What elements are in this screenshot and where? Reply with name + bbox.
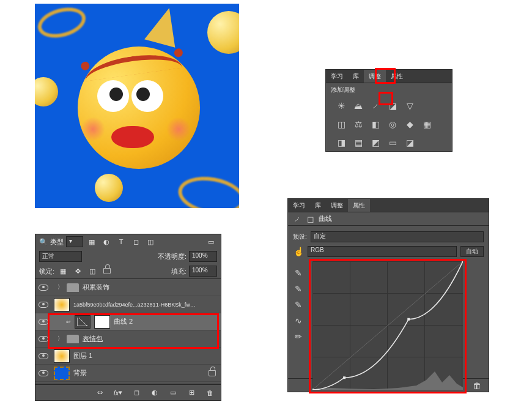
svg-rect-1 [312,389,314,390]
finger-tool-icon[interactable]: ☝ [293,246,304,257]
photo-filter-icon[interactable]: ◎ [387,119,398,130]
lut-icon[interactable]: ▦ [421,119,432,130]
filter-pixel-icon[interactable]: ▦ [86,236,98,247]
curves-side-tools: ✎ ✎ ✎ ∿ ✏ [293,267,308,342]
curves-thumb [75,315,91,329]
tab-learn[interactable]: 学习 [326,70,348,83]
preset-select[interactable]: 自定 [311,231,484,242]
layer-thumbnail [54,349,70,363]
opacity-select[interactable]: 100% [189,251,217,262]
curves-icon[interactable]: ⟋ [370,100,381,111]
layer-name: 积累装饰 [83,283,109,292]
filter-shape-icon[interactable]: ◻ [130,236,142,247]
tab-adjust[interactable]: 调整 [326,199,348,212]
levels-icon[interactable]: ⛰ [353,100,364,111]
svg-rect-3 [407,318,410,321]
brightness-icon[interactable]: ☀ [336,100,347,111]
blend-mode-select[interactable]: 正常 [39,251,82,262]
properties-title: 曲线 [319,214,332,223]
curve-line [312,261,463,390]
layer-thumbnail [54,298,70,311]
vibrance-icon[interactable]: ▽ [404,100,415,111]
filter-toggle[interactable]: ▭ [205,236,217,247]
layer-mask-icon[interactable]: ◻ [130,387,142,398]
layer-style-icon[interactable]: fx▾ [112,387,124,398]
layer-name: 图层 1 [73,351,92,360]
layer-thumbnail [54,367,70,380]
visibility-icon[interactable] [39,336,48,342]
link-layers-icon[interactable]: ⇔ [94,387,106,398]
channel-mixer-icon[interactable]: ◆ [404,119,415,130]
mask-badge-icon: ◻ [305,214,316,225]
filter-smart-icon[interactable]: ◫ [144,236,157,247]
tab-library[interactable]: 库 [310,199,326,212]
filter-type-icon[interactable]: T [115,236,127,247]
add-adjustment-label: 添加调整 [326,83,452,97]
folder-icon [67,335,79,343]
delete-adjustment-icon[interactable]: 🗑 [471,380,482,391]
new-adjustment-icon[interactable]: ◐ [149,387,161,398]
eyedropper-black-icon[interactable]: ✎ [293,267,304,278]
layer-row[interactable]: 〉 积累装饰 [35,279,221,296]
tab-adjust[interactable]: 调整 [364,70,386,83]
expand-icon[interactable]: 〉 [57,335,63,343]
eyedropper-gray-icon[interactable]: ✎ [293,283,304,294]
layer-row[interactable]: 图层 1 [35,348,221,365]
filter-adjust-icon[interactable]: ◐ [100,236,113,247]
visibility-icon[interactable] [39,319,48,325]
curves-graph[interactable] [312,261,463,390]
tab-properties[interactable]: 属性 [348,199,370,212]
exposure-icon[interactable]: ◪ [387,100,398,111]
lock-pixels-icon[interactable]: ▦ [57,266,69,277]
channel-select[interactable]: RGB [308,246,457,257]
svg-line-0 [312,261,463,390]
tab-bar: 学习 库 调整 属性 [288,199,489,212]
expand-icon[interactable]: 〉 [57,283,63,291]
color-balance-icon[interactable]: ⚖ [353,119,364,130]
tab-learn[interactable]: 学习 [288,199,310,212]
tab-library[interactable]: 库 [348,70,364,83]
layer-name: 表情包 [83,334,103,343]
invert-icon[interactable]: ◨ [336,137,347,148]
gradient-map-icon[interactable]: ▭ [387,137,398,148]
layer-name: 曲线 2 [114,317,133,326]
layer-row[interactable]: 背景 [35,365,221,382]
layer-row[interactable]: 1a5bf59e0bcdfad294efe...a232811-H6BKSk_f… [35,296,221,313]
visibility-icon[interactable] [39,353,48,359]
eyedropper-white-icon[interactable]: ✎ [293,299,304,310]
layer-row-selected[interactable]: ↩ 曲线 2 [35,313,221,330]
visibility-icon[interactable] [39,285,48,291]
threshold-icon[interactable]: ◩ [370,137,381,148]
layer-row[interactable]: 背景 [35,382,221,384]
posterize-icon[interactable]: ▤ [353,137,364,148]
selective-color-icon[interactable]: ◪ [404,137,415,148]
layers-list: 〉 积累装饰 1a5bf59e0bcdfad294efe...a232811-H… [35,278,221,384]
hsl-icon[interactable]: ◫ [336,119,347,130]
bw-icon[interactable]: ◧ [370,119,381,130]
layer-name: 1a5bf59e0bcdfad294efe...a232811-H6BKSk_f… [73,302,196,308]
folder-icon [67,283,79,292]
lock-artboard-icon[interactable]: ◫ [86,266,98,277]
mask-thumb [94,315,110,329]
layer-row[interactable]: 〉 表情包 [35,330,221,348]
properties-panel: 学习 库 调整 属性 ⟋ ◻ 曲线 预设: 自定 ☝ RGB 自动 ✎ ✎ ✎ … [287,198,489,392]
auto-button[interactable]: 自动 [460,246,484,257]
layer-name: 背景 [73,368,87,378]
layer-filter-type[interactable]: ▾ [66,236,83,247]
pencil-curve-icon[interactable]: ✏ [293,331,304,342]
new-layer-icon[interactable]: ⊞ [185,387,198,398]
fill-select[interactable]: 100% [189,266,217,277]
preset-label: 预设: [293,233,307,241]
new-group-icon[interactable]: ▭ [167,387,179,398]
tab-bar: 学习 库 调整 属性 [326,70,452,83]
visibility-icon[interactable] [39,302,48,308]
lock-all-icon[interactable] [101,266,113,277]
tab-properties[interactable]: 属性 [386,70,408,83]
adjustments-panel: 学习 库 调整 属性 添加调整 ☀ ⛰ ⟋ ◪ ▽ ◫ ⚖ ◧ ◎ ◆ ▦ ◨ … [325,69,453,152]
opacity-label: 不透明度: [158,252,187,261]
visibility-icon[interactable] [39,370,48,376]
smooth-curve-icon[interactable]: ∿ [293,315,304,326]
delete-layer-icon[interactable]: 🗑 [204,387,216,398]
layer-thumbnail [54,384,70,385]
lock-position-icon[interactable]: ✥ [72,266,84,277]
